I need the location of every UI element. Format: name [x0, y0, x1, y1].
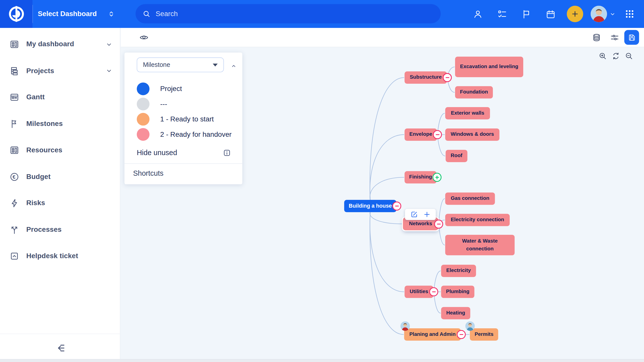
collapse-branch-badge[interactable] — [434, 219, 443, 229]
mindmap-node-water[interactable]: Water & Waste connection — [445, 235, 515, 255]
node-label: Roof — [451, 152, 462, 160]
node-label: Exterior walls — [451, 109, 484, 117]
assignee-avatar[interactable] — [400, 321, 410, 331]
search-input[interactable] — [155, 9, 401, 18]
minus-icon — [432, 291, 436, 292]
mindmap-node-building[interactable]: Building a house — [344, 200, 396, 212]
node-label: Utilities — [410, 288, 428, 296]
sidebar-item-gantt[interactable]: Gantt — [0, 84, 120, 111]
collapse-branch-badge[interactable] — [429, 287, 438, 296]
minus-icon — [437, 223, 440, 224]
sliders-icon — [610, 33, 619, 42]
refresh-button[interactable] — [611, 51, 621, 61]
quick-add-button[interactable] — [563, 0, 587, 28]
mindmap-node-exterior[interactable]: Exterior walls — [445, 107, 490, 119]
shortcuts-link[interactable]: Shortcuts — [125, 164, 243, 184]
milestones-icon — [10, 119, 19, 129]
legend-item: 2 - Ready for handover — [137, 127, 243, 142]
grid-9-dots-icon — [624, 9, 635, 19]
expand-branch-badge[interactable] — [432, 173, 441, 182]
zoom-in-icon — [598, 52, 607, 60]
chevron-down-icon — [609, 11, 615, 17]
save-button[interactable] — [624, 30, 639, 45]
unfold-chevrons-icon — [107, 10, 115, 18]
brand-logo-icon — [7, 5, 26, 23]
node-label: Permits — [475, 331, 494, 339]
legend-color-dot — [137, 113, 150, 126]
mindmap-node-envelope[interactable]: Envelope — [405, 128, 437, 141]
mindmap-node-substructure[interactable]: Substructure — [405, 71, 447, 84]
eye-icon — [139, 33, 149, 42]
apps-grid-button[interactable] — [619, 0, 641, 28]
node-label: Gas connection — [451, 195, 489, 203]
zoom-in-button[interactable] — [598, 51, 608, 61]
milestone-select[interactable]: Milestone — [137, 58, 224, 72]
assignee-avatar[interactable] — [465, 321, 475, 331]
sidebar-item-milestones[interactable]: Milestones — [0, 111, 120, 137]
collapse-branch-badge[interactable] — [433, 130, 442, 139]
minus-icon — [459, 334, 463, 335]
tasks-button[interactable] — [490, 0, 514, 28]
app-logo[interactable] — [0, 0, 32, 28]
mindmap-node-windows[interactable]: Windows & doors — [445, 128, 500, 141]
mindmap-node-permits[interactable]: Permits — [470, 328, 498, 341]
sidebar-nav: My dashboardProjectsGanttMilestonesResou… — [0, 28, 120, 269]
sidebar-item-my-dashboard[interactable]: My dashboard — [0, 31, 120, 58]
legend-rows: Project---1 - Ready to start2 - Ready fo… — [137, 81, 243, 142]
sidebar-item-label: Projects — [26, 67, 54, 75]
mindmap-node-electricity[interactable]: Electricity — [441, 265, 476, 277]
mindmap-node-roof[interactable]: Roof — [446, 150, 467, 162]
sidebar-item-processes[interactable]: Processes — [0, 216, 120, 243]
legend-color-dot — [137, 128, 150, 141]
dashboard-selector[interactable]: Select Dashboard — [33, 10, 115, 18]
helpdesk-icon — [10, 251, 19, 261]
search-bar[interactable] — [136, 4, 441, 23]
legend-collapse-button[interactable] — [228, 61, 239, 71]
sidebar-item-projects[interactable]: Projects — [0, 58, 120, 84]
node-label: Substructure — [410, 74, 442, 82]
edit-node-button[interactable] — [410, 211, 418, 218]
mindmap-node-foundation[interactable]: Foundation — [455, 86, 493, 99]
collapse-branch-badge[interactable] — [457, 330, 466, 339]
mindmap-node-excavation[interactable]: Excavation and leveling — [455, 57, 523, 77]
sidebar-item-helpdesk-ticket[interactable]: Helpdesk ticket — [0, 243, 120, 269]
mindmap-node-finishing[interactable]: Finishing — [405, 171, 436, 184]
profile-card-button[interactable] — [466, 0, 490, 28]
info-button[interactable] — [222, 148, 232, 158]
mindmap-node-utilities[interactable]: Utilities — [405, 286, 433, 298]
mindmap-node-networks[interactable]: Networks — [403, 217, 438, 230]
data-source-button[interactable] — [588, 29, 605, 46]
settings-button[interactable] — [606, 29, 623, 46]
mindmap-node-gas[interactable]: Gas connection — [445, 193, 495, 205]
mindmap-node-heating[interactable]: Heating — [441, 307, 470, 319]
resources-icon — [10, 145, 19, 155]
node-label: Electricity connection — [451, 216, 504, 224]
calendar-button[interactable] — [538, 0, 562, 28]
collapse-branch-badge[interactable] — [443, 73, 452, 82]
mindmap-node-planing[interactable]: Planing and Admin — [404, 328, 461, 341]
zoom-out-button[interactable] — [624, 51, 634, 61]
visibility-button[interactable] — [136, 29, 152, 46]
hide-unused-row[interactable]: Hide unused — [137, 148, 232, 158]
add-child-button[interactable] — [423, 211, 431, 218]
database-icon — [592, 33, 601, 42]
sidebar-item-budget[interactable]: Budget — [0, 164, 120, 190]
minus-icon — [435, 134, 439, 135]
sidebar-item-resources[interactable]: Resources — [0, 137, 120, 163]
save-icon — [627, 33, 636, 41]
mindmap-node-plumbing[interactable]: Plumbing — [441, 286, 474, 298]
horizontal-scrollbar[interactable] — [0, 359, 644, 362]
legend-item-label: --- — [160, 100, 167, 108]
legend-panel: Milestone Project---1 - Ready to start2 … — [125, 53, 243, 184]
plus-icon — [571, 10, 579, 18]
sidebar-collapse-button[interactable] — [0, 337, 120, 359]
select-caret-icon — [213, 63, 218, 66]
mindmap-node-eleconn[interactable]: Electricity connection — [445, 214, 510, 226]
dashboard-selector-label: Select Dashboard — [38, 10, 97, 18]
node-label: Water & Waste connection — [449, 237, 511, 253]
milestone-flag-button[interactable] — [514, 0, 538, 28]
profile-menu[interactable] — [587, 0, 619, 28]
sidebar-item-label: Resources — [26, 146, 62, 155]
collapse-branch-badge[interactable] — [392, 202, 401, 211]
sidebar-item-risks[interactable]: Risks — [0, 190, 120, 216]
